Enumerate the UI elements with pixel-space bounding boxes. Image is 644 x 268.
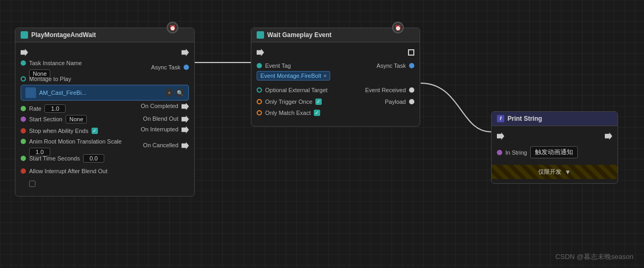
async-task-section: Async Task: [377, 62, 414, 69]
stop-ability-label: Stop when Ability Ends: [29, 128, 88, 134]
event-received-row: Event Received: [365, 87, 414, 93]
start-time-value[interactable]: 0.0: [83, 154, 104, 163]
in-string-pin[interactable]: [497, 150, 502, 155]
montage-icons: + 🔍: [165, 88, 184, 97]
only-match-row: Only Match Exact ✓: [251, 108, 420, 118]
in-string-label: In String: [505, 149, 527, 156]
async-task-wait-label: Async Task: [377, 62, 406, 69]
wait-exec-row: [251, 47, 420, 58]
montage-thumb: [25, 87, 36, 98]
wait-gameplay-node: ⏰ Wait Gameplay Event Event Tag Event Mo…: [251, 28, 420, 127]
only-trigger-row: Only Trigger Once ✓: [257, 99, 322, 105]
dev-warning-arrow: ▼: [565, 168, 571, 176]
only-trigger-pin[interactable]: [257, 99, 262, 104]
print-string-body: In String 触发动画通知 仅限开发 ▼: [492, 126, 618, 183]
montage-search-icon[interactable]: 🔍: [176, 88, 184, 97]
event-tag-row: Event Tag: [257, 62, 330, 69]
anim-root-label: Anim Root Motion Translation Scale: [29, 138, 122, 145]
allow-interrupt-check-row: [15, 179, 194, 189]
exec-row: [15, 47, 194, 58]
on-interrupted-label: On Interrupted: [141, 126, 178, 133]
play-montage-title: PlayMontageAndWait: [31, 31, 96, 39]
event-tag-value-row: Event Montage.FireBolt ×: [257, 71, 330, 81]
event-received-label: Event Received: [365, 87, 406, 93]
event-tag-pin[interactable]: [257, 63, 262, 68]
only-match-label: Only Match Exact: [265, 110, 311, 116]
on-blend-out-pin[interactable]: [182, 115, 189, 123]
task-instance-pin[interactable]: [21, 60, 26, 66]
event-tag-text: Event Montage.FireBolt: [260, 73, 321, 79]
async-task-wait-pin[interactable]: [409, 63, 414, 68]
watermark-text: CSDN @暮志未晚season: [555, 253, 633, 261]
allow-interrupt-pin[interactable]: [21, 168, 26, 174]
payload-label: Payload: [385, 99, 406, 105]
event-received-pin[interactable]: [409, 87, 414, 93]
montage-pin[interactable]: [21, 76, 26, 82]
exec-out-arrow[interactable]: [182, 49, 189, 56]
montage-add-icon[interactable]: +: [165, 88, 174, 97]
allow-interrupt-checkbox[interactable]: [29, 181, 35, 187]
wait-gameplay-title: Wait Gameplay Event: [267, 31, 332, 39]
payload-pin[interactable]: [409, 99, 414, 104]
payload-row: Payload: [385, 99, 414, 105]
print-exec-in[interactable]: [497, 132, 504, 140]
event-tag-value[interactable]: Event Montage.FireBolt ×: [257, 71, 330, 81]
rate-pin[interactable]: [21, 106, 26, 111]
clock-icon-wait: ⏰: [392, 22, 404, 33]
on-blend-out-label: On Blend Out: [143, 115, 178, 123]
rate-label: Rate: [29, 105, 41, 112]
start-section-label: Start Section: [29, 116, 62, 122]
anim-root-pin[interactable]: [21, 139, 26, 144]
rate-value[interactable]: 1.0: [44, 104, 66, 113]
montage-label-row: Montage to Play: [15, 74, 194, 84]
allow-interrupt-label: Allow Interrupt After Blend Out: [29, 168, 107, 174]
only-trigger-label: Only Trigger Once: [265, 99, 312, 105]
header-icon: [21, 31, 28, 39]
wait-header-icon: [257, 31, 264, 39]
exec-in-arrow[interactable]: [21, 49, 28, 56]
stop-ability-pin[interactable]: [21, 128, 26, 133]
dev-warning: 仅限开发 ▼: [492, 165, 618, 179]
start-time-label: Start Time Seconds: [29, 155, 80, 162]
print-string-title: Print String: [507, 115, 542, 122]
event-tag-label: Event Tag: [265, 62, 291, 69]
dev-warning-text: 仅限开发: [538, 168, 561, 176]
montage-value-row[interactable]: AM_Cast_FireBi... + 🔍: [21, 85, 189, 101]
montage-value: AM_Cast_FireBi...: [39, 90, 86, 96]
wait-exec-out[interactable]: [408, 49, 414, 56]
start-time-pin[interactable]: [21, 156, 26, 161]
clock-icon-play: ⏰: [167, 22, 178, 33]
async-task-pin[interactable]: [184, 65, 189, 70]
on-completed-pin[interactable]: [182, 103, 189, 110]
in-string-row: In String 触发动画通知: [492, 144, 618, 160]
montage-label: Montage to Play: [29, 76, 71, 82]
task-instance-label: Task Instance Name: [29, 60, 82, 66]
optional-target-row: Optional External Target: [257, 87, 328, 93]
stop-ability-checkbox[interactable]: ✓: [92, 128, 98, 134]
only-match-checkbox[interactable]: ✓: [314, 110, 320, 116]
on-cancelled-label: On Cancelled: [143, 142, 178, 149]
start-section-value[interactable]: None: [66, 115, 87, 123]
allow-interrupt-row: Allow Interrupt After Blend Out: [15, 166, 194, 176]
only-match-pin[interactable]: [257, 110, 262, 115]
tag-close-icon[interactable]: ×: [323, 73, 326, 79]
play-montage-node: ⏰ PlayMontageAndWait Task Instance Name …: [15, 28, 195, 196]
on-completed-label: On Completed: [141, 103, 178, 110]
async-task-label: Async Task: [151, 64, 180, 70]
play-montage-body: Task Instance Name None Async Task Monta…: [15, 42, 194, 196]
print-string-node: f Print String In String 触发动画通知 仅限开发 ▼: [491, 111, 618, 184]
on-cancelled-pin[interactable]: [182, 142, 189, 149]
print-exec-row: [492, 130, 618, 142]
start-section-pin[interactable]: [21, 117, 26, 122]
only-trigger-checkbox[interactable]: ✓: [315, 99, 322, 105]
func-icon: f: [497, 115, 504, 122]
in-string-value[interactable]: 触发动画通知: [530, 146, 578, 158]
print-exec-out[interactable]: [605, 132, 612, 140]
event-tag-section: Event Tag Event Montage.FireBolt ×: [257, 62, 330, 81]
watermark: CSDN @暮志未晚season: [555, 252, 633, 262]
wait-exec-in[interactable]: [257, 49, 264, 56]
optional-target-label: Optional External Target: [265, 87, 328, 93]
on-interrupted-pin[interactable]: [182, 126, 189, 133]
optional-target-pin[interactable]: [257, 87, 262, 93]
wait-gameplay-body: Event Tag Event Montage.FireBolt × Async…: [251, 42, 420, 126]
